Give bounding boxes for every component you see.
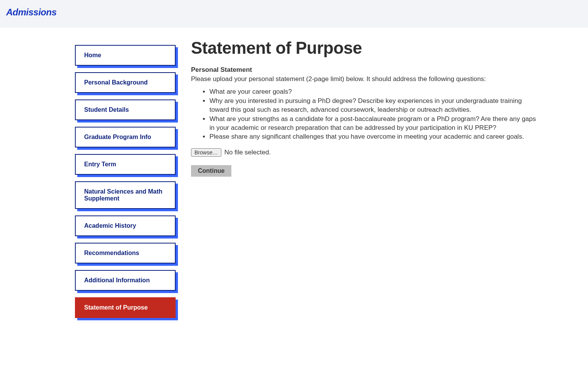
browse-button[interactable]: Browse… — [191, 148, 221, 157]
sidebar-item-academic-history[interactable]: Academic History — [75, 215, 176, 236]
sidebar-item-additional-information[interactable]: Additional Information — [75, 270, 176, 291]
sidebar-item-label: Personal Background — [84, 79, 148, 86]
question-list: What are your career goals? Why are you … — [191, 88, 540, 142]
sidebar-item-label: Statement of Purpose — [84, 304, 148, 311]
sidebar-item-natural-sciences-math-supplement[interactable]: Natural Sciences and Math Supplement — [75, 181, 176, 209]
list-item: Why are you interested in pursuing a PhD… — [209, 97, 540, 114]
sidebar-item-label: Entry Term — [84, 161, 116, 168]
continue-button[interactable]: Continue — [191, 165, 231, 177]
intro-text: Please upload your personal statement (2… — [191, 75, 540, 84]
page-title: Statement of Purpose — [191, 38, 540, 58]
list-item: What are your strengths as a candidate f… — [209, 115, 540, 133]
sidebar-item-label: Recommendations — [84, 250, 139, 257]
sidebar-item-student-details[interactable]: Student Details — [75, 99, 176, 120]
sidebar-item-personal-background[interactable]: Personal Background — [75, 72, 176, 93]
sidebar-item-entry-term[interactable]: Entry Term — [75, 154, 176, 175]
sidebar-item-home[interactable]: Home — [75, 45, 176, 66]
main-content: Statement of Purpose Personal Statement … — [191, 38, 540, 325]
sidebar-item-label: Home — [84, 52, 101, 59]
file-upload-row: Browse… No file selected. — [191, 148, 540, 157]
sidebar-item-label: Graduate Program Info — [84, 134, 151, 141]
brand-title[interactable]: Admissions — [6, 7, 56, 17]
sidebar-item-graduate-program-info[interactable]: Graduate Program Info — [75, 127, 176, 147]
sidebar-item-label: Student Details — [84, 106, 129, 113]
sidebar-item-statement-of-purpose[interactable]: Statement of Purpose — [75, 297, 176, 318]
section-heading: Personal Statement — [191, 66, 540, 74]
file-status-text: No file selected. — [224, 149, 271, 156]
sidebar-nav: Home Personal Background Student Details… — [75, 38, 176, 325]
page-container: Home Personal Background Student Details… — [33, 28, 555, 340]
sidebar-item-recommendations[interactable]: Recommendations — [75, 243, 176, 263]
list-item: Please share any significant challenges … — [209, 133, 540, 141]
list-item: What are your career goals? — [209, 88, 540, 96]
sidebar-item-label: Natural Sciences and Math Supplement — [84, 188, 166, 202]
sidebar-item-label: Academic History — [84, 222, 136, 229]
sidebar-item-label: Additional Information — [84, 277, 150, 284]
header-bar: Admissions — [0, 0, 588, 28]
